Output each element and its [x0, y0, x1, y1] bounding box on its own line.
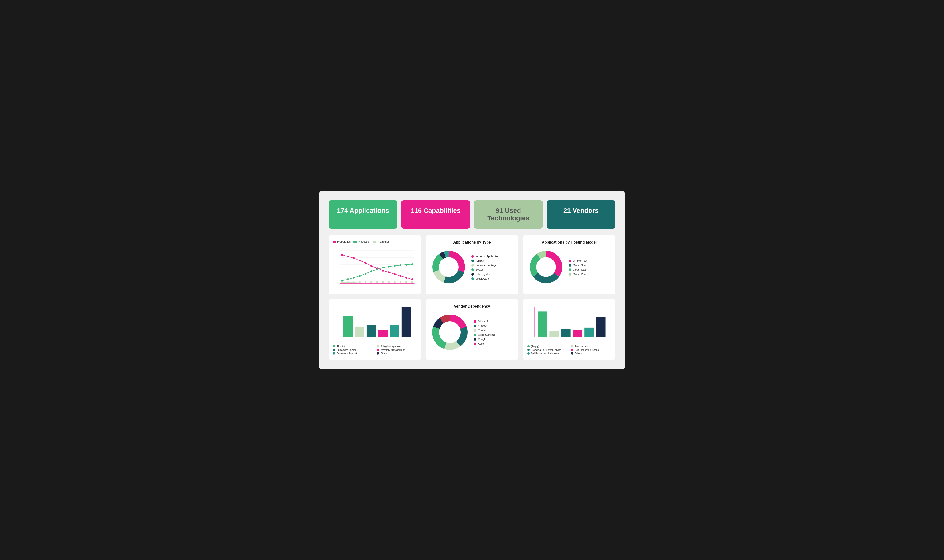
svg-point-26 [370, 270, 372, 272]
bar-legend-item: Self Products in Shops [571, 349, 611, 351]
dashboard: 174 Applications116 Capabilities91 Used … [319, 191, 625, 369]
svg-point-19 [405, 277, 407, 278]
donut-type-container: In House Applications(Empty)Software Pac… [430, 248, 514, 287]
svg-point-20 [411, 278, 413, 280]
donut-legend-item: Middleware [471, 277, 500, 280]
donut-legend-item: (Empty) [471, 259, 500, 262]
donut-type-svg-wrap [430, 248, 468, 287]
donut-vendor-legend: Microsoft(Empty)OracleCisco SystemsGoogl… [474, 320, 495, 345]
svg-point-39 [370, 281, 372, 283]
bar-chart2-card: (Empty)ProcurementProvide a Car Rental S… [523, 299, 616, 360]
bar-legend-item: Customers Services [333, 349, 373, 351]
svg-point-30 [394, 265, 396, 267]
svg-rect-64 [379, 330, 388, 337]
svg-point-37 [359, 281, 360, 283]
donut-vendor-svg [430, 312, 470, 352]
bar-legend-item: Others [571, 352, 611, 355]
donut-legend-item: Oracle [474, 329, 495, 332]
donut-legend-item: Microsoft [474, 320, 495, 323]
svg-point-13 [370, 265, 372, 267]
svg-point-33 [411, 263, 413, 265]
svg-point-9 [347, 255, 349, 257]
svg-point-25 [365, 273, 367, 275]
donut-hosting-svg-wrap [527, 248, 565, 287]
svg-point-53 [439, 257, 459, 277]
donut-legend-item: Google [474, 338, 495, 341]
svg-point-45 [405, 281, 407, 283]
svg-point-18 [400, 275, 402, 277]
donut-vendor-svg-wrap [430, 312, 470, 353]
donut-hosting-container: On-premisesCloud: SaaSCloud: IaaSCloud: … [527, 248, 611, 287]
kpi-card-capabilities: 116 Capabilities [401, 200, 470, 229]
donut-legend-item: Cloud: PaaS [569, 273, 588, 275]
bar-chart2-legend: (Empty)ProcurementProvide a Car Rental S… [527, 345, 611, 355]
donut-type-title: Applications by Type [430, 240, 514, 245]
svg-point-12 [365, 262, 367, 264]
donut-hosting-svg [527, 248, 565, 286]
donut-hosting-legend: On-premisesCloud: SaaSCloud: IaaSCloud: … [569, 259, 588, 275]
kpi-card-applications: 174 Applications [328, 200, 397, 229]
svg-rect-78 [561, 329, 571, 337]
bar-chart1-legend: (Empty)Billing ManagementCustomers Servi… [333, 345, 417, 355]
donut-type-svg [430, 248, 468, 286]
donut-vendor-title: Vendor Dependency [430, 304, 514, 308]
bar-legend-item: Inventory Management [377, 349, 417, 351]
donut-legend-item: Apple [474, 342, 495, 345]
bar-legend-item: Procurement [571, 345, 611, 348]
bar-legend-item: Sell Product on the Internet [527, 352, 567, 355]
svg-point-22 [347, 278, 349, 280]
svg-point-28 [382, 266, 384, 268]
svg-point-58 [536, 257, 556, 277]
bar-chart2-svg [527, 304, 611, 342]
svg-point-73 [439, 322, 461, 343]
svg-point-42 [388, 281, 390, 283]
svg-point-41 [382, 281, 384, 283]
donut-legend-item: Cloud: IaaS [569, 268, 588, 271]
bar-chart1-card: (Empty)Billing ManagementCustomers Servi… [328, 299, 421, 360]
svg-point-15 [382, 270, 384, 272]
svg-point-46 [411, 281, 413, 283]
donut-hosting-card: Applications by Hosting Model On-premise… [523, 235, 616, 294]
donut-legend-item: Office system [471, 273, 500, 275]
svg-point-24 [359, 275, 360, 277]
svg-point-27 [376, 268, 378, 270]
line-chart-card: PreparationProductionRetirement [328, 235, 421, 294]
svg-point-16 [388, 271, 390, 273]
donut-legend-item: Cloud: SaaS [569, 264, 588, 266]
svg-point-8 [341, 254, 343, 256]
svg-rect-76 [537, 311, 547, 337]
svg-point-29 [388, 266, 390, 268]
donut-legend-item: On-premises [569, 259, 588, 262]
line-legend-item: Production [353, 240, 370, 243]
donut-vendor-container: Microsoft(Empty)OracleCisco SystemsGoogl… [430, 312, 514, 353]
svg-rect-65 [390, 325, 399, 337]
bar-legend-item: Others [377, 352, 417, 355]
line-legend-item: Retirement [373, 240, 390, 243]
svg-point-21 [341, 280, 343, 282]
svg-rect-63 [367, 325, 376, 337]
bar-legend-item: Provide a Car Rental Service [527, 349, 567, 351]
donut-legend-item: System [471, 268, 500, 271]
bar-chart1-svg [333, 304, 417, 342]
svg-point-34 [341, 282, 343, 283]
svg-point-32 [405, 264, 407, 266]
svg-point-17 [394, 273, 396, 275]
svg-rect-80 [584, 328, 594, 337]
charts-grid: PreparationProductionRetirement [328, 235, 616, 360]
svg-rect-77 [549, 331, 559, 337]
bar-legend-item: Billing Management [377, 345, 417, 348]
donut-type-legend: In House Applications(Empty)Software Pac… [471, 255, 500, 280]
svg-rect-81 [596, 317, 605, 337]
donut-hosting-title: Applications by Hosting Model [527, 240, 611, 245]
svg-point-44 [400, 281, 402, 283]
kpi-card-vendors: 21 Vendors [547, 200, 616, 229]
svg-rect-79 [573, 330, 582, 337]
bar-legend-item: (Empty) [333, 345, 373, 348]
line-chart-svg [333, 246, 417, 288]
svg-point-35 [347, 282, 349, 283]
line-legend-item: Preparation [333, 240, 351, 243]
bar-legend-item: Customers Support [333, 352, 373, 355]
svg-rect-66 [402, 306, 411, 337]
svg-rect-61 [343, 316, 353, 337]
svg-point-31 [400, 264, 402, 266]
